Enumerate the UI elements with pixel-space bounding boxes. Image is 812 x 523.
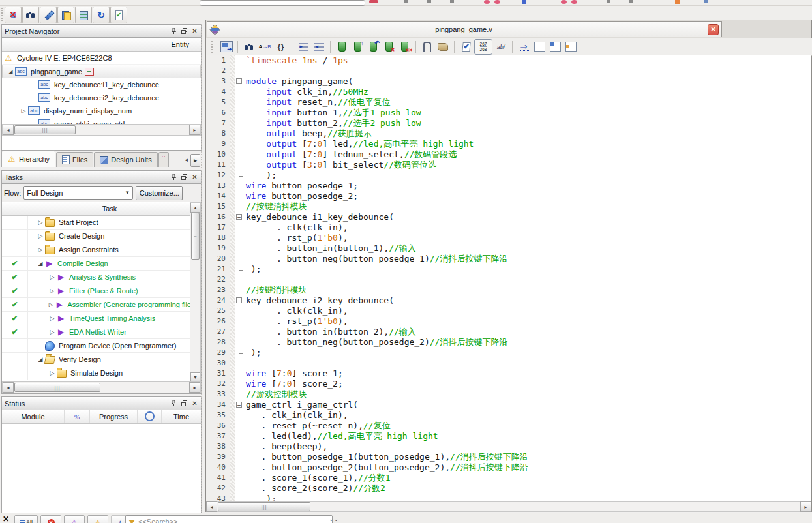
scroll-left-icon[interactable]: ◂	[3, 125, 14, 135]
editor-comment-button[interactable]: ab/	[494, 40, 508, 54]
expand-icon[interactable]: ▷	[48, 288, 57, 294]
code-line[interactable]: 4 input clk_in,//50MHz	[206, 87, 811, 97]
scrollbar-thumb[interactable]: ≡	[191, 213, 200, 260]
collapse-icon[interactable]: ◢	[6, 68, 15, 75]
toolbar-edit-button[interactable]	[40, 7, 57, 23]
close-icon[interactable]: ✕	[3, 515, 9, 523]
code-line[interactable]: 39 . button_posedge_1(button_posedge_1),…	[206, 452, 811, 462]
fold-icon[interactable]	[235, 295, 244, 306]
code-line[interactable]: 17 . clk(clk_in),	[206, 222, 811, 233]
expand-icon[interactable]: ▷	[46, 301, 55, 308]
message-search-box[interactable]: <<Search>>	[125, 515, 333, 523]
editor-replace-button[interactable]	[258, 40, 272, 54]
task-row[interactable]: ✔◢Compile Design	[2, 257, 191, 271]
tree-item[interactable]: key_debounce:i1_key_debounce	[2, 78, 201, 91]
navigator-hscrollbar[interactable]: ◂ ||| ▸	[2, 124, 201, 136]
tree-item[interactable]: Cyclone IV E: EP4CE6E22C8	[2, 52, 201, 65]
code-line[interactable]: 5 input reset_n,//低电平复位	[206, 97, 811, 108]
task-row[interactable]: ▷Assign Constraints	[2, 243, 191, 257]
code-line[interactable]: 32wire [7:0] score_2;	[206, 379, 811, 389]
collapse-icon[interactable]: ◢	[36, 260, 45, 267]
tab-pingpang-game[interactable]: pingpang_game.v ✕	[207, 21, 722, 37]
code-line[interactable]: 35 . clk_in(clk_in),	[206, 410, 811, 421]
float-icon[interactable]	[181, 27, 188, 35]
tab-scroll-left-icon[interactable]: ◂	[182, 154, 190, 166]
customize-button[interactable]: Customize...	[136, 186, 183, 200]
close-icon[interactable]: ✕	[191, 400, 198, 407]
tree-item[interactable]: key_debounce:i2_key_debounce	[2, 91, 201, 104]
task-row[interactable]: ▷Start Project	[2, 216, 191, 230]
code-line[interactable]: 27 . button_in(button_2),//输入	[206, 327, 811, 337]
scroll-right-icon[interactable]: ▸	[189, 382, 200, 393]
task-row[interactable]: ▷Simulate Design	[2, 366, 191, 380]
pin-icon[interactable]	[170, 27, 177, 35]
tree-item[interactable]: ◢pingpang_game	[2, 65, 201, 78]
code-line[interactable]: 38 . beep(beep),	[206, 441, 811, 452]
scroll-up-icon[interactable]: ▴	[190, 203, 200, 213]
tasks-hscrollbar[interactable]: ◂ ||| ▸	[2, 381, 201, 393]
float-icon[interactable]	[181, 173, 188, 181]
scroll-down-icon[interactable]: ▾	[190, 372, 200, 382]
errors-filter-button[interactable]: ✕	[40, 515, 61, 523]
scrollbar-thumb[interactable]: |||	[14, 125, 76, 134]
tab-scroll-right-icon[interactable]: ▸	[190, 154, 200, 167]
editor-bookmark-next-button[interactable]	[350, 40, 365, 54]
tab-hierarchy[interactable]: Hierarchy	[1, 150, 55, 167]
tab-design-units[interactable]: Design Units	[94, 152, 157, 167]
scrollbar-thumb[interactable]: |||	[14, 383, 100, 392]
editor-goto-button[interactable]	[517, 40, 531, 54]
tab-partial[interactable]: ∴	[158, 152, 169, 167]
toolbar-notes-button[interactable]	[57, 7, 74, 23]
editor-attach-button[interactable]	[420, 40, 434, 54]
critical-warnings-filter-button[interactable]: ⚠	[64, 515, 85, 523]
expand-icon[interactable]: ▷	[48, 370, 57, 376]
code-line[interactable]: 41 . score_1(score_1),//分数1	[206, 473, 811, 483]
scroll-right-icon[interactable]: ▸	[800, 501, 811, 512]
code-line[interactable]: 2	[206, 66, 811, 76]
scroll-right-icon[interactable]: ▸	[189, 125, 200, 135]
code-line[interactable]: 10 output [7:0] lednum_select,//数码管段选	[206, 149, 811, 160]
editor-detach-button[interactable]	[219, 40, 233, 54]
toolbar-report-button[interactable]	[75, 7, 92, 23]
float-icon[interactable]	[181, 400, 188, 407]
task-row[interactable]: ✔▷TimeQuest Timing Analysis	[2, 312, 191, 325]
scroll-left-icon[interactable]: ◂	[3, 382, 14, 393]
code-line[interactable]: 13wire button_posedge_1;	[206, 181, 811, 191]
editor-line-badge-button[interactable]: 267268	[474, 39, 492, 55]
close-icon[interactable]: ✕	[191, 27, 198, 35]
code-line[interactable]: 25 . clk(clk_in),	[206, 306, 811, 316]
editor-bookmark-clear-all-button[interactable]	[397, 40, 412, 54]
fold-icon[interactable]	[235, 212, 244, 222]
code-line[interactable]: 23//按键消抖模块	[206, 285, 811, 295]
code-line[interactable]: 14wire button_posedge_2;	[206, 191, 811, 202]
code-line[interactable]: 34game_ctrl i_game_ctrl(	[206, 400, 811, 410]
chevron-down-icon[interactable]: ⌄⌄	[329, 516, 338, 522]
code-line[interactable]: 37 . led(led),//led,高电平亮 high light	[206, 431, 811, 441]
code-line[interactable]: 28 . button_neg(button_posedge_2)//消抖后按键…	[206, 337, 811, 348]
editor-indent-button[interactable]	[296, 40, 310, 54]
fold-icon[interactable]	[235, 76, 244, 87]
code-line[interactable]: 21 );	[206, 264, 811, 275]
code-line[interactable]: 26 . rst_p(1'b0),	[206, 316, 811, 327]
code-line[interactable]: 33//游戏控制模块	[206, 389, 811, 400]
task-row[interactable]: Program Device (Open Programmer)	[2, 339, 191, 353]
close-icon[interactable]: ✕	[191, 173, 198, 181]
code-line[interactable]: 29 );	[206, 348, 811, 358]
code-line[interactable]: 8 output beep,//获胜提示	[206, 128, 811, 139]
expand-icon[interactable]: ▷	[36, 219, 45, 226]
code-line[interactable]: 31wire [7:0] score_1;	[206, 368, 811, 379]
task-row[interactable]: ✔▷Assembler (Generate programming file	[2, 298, 191, 312]
editor-bookmark-prev-button[interactable]	[366, 40, 380, 54]
code-line[interactable]: 12 );	[206, 170, 811, 181]
task-column-header[interactable]: Task	[2, 202, 201, 216]
task-row[interactable]: ✔▷Fitter (Place & Route)	[2, 284, 191, 298]
code-line[interactable]: 16key_debounce i1_key_debounce(	[206, 212, 811, 222]
task-row[interactable]: ▷Create Design	[2, 230, 191, 243]
expand-icon[interactable]: ▷	[48, 315, 57, 321]
expand-icon[interactable]: ▷	[48, 329, 57, 335]
warnings-filter-button[interactable]: ⚠	[87, 515, 108, 523]
editor-bookmark-button[interactable]	[335, 40, 349, 54]
scrollbar-thumb[interactable]: |||	[218, 502, 310, 511]
status-column-header[interactable]: Module % Progress Time	[2, 410, 201, 424]
code-line[interactable]: 18 . rst_p(1'b0),	[206, 233, 811, 243]
